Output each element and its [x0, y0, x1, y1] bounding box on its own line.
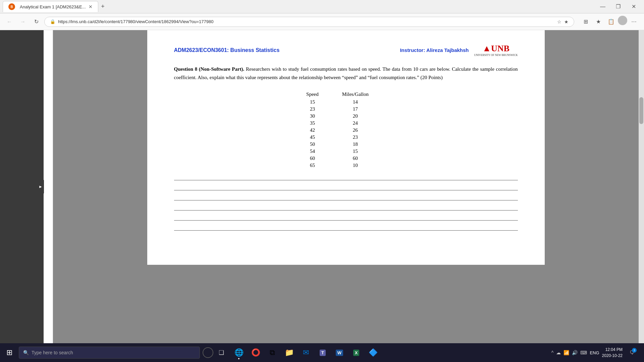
taskbar-app-cortana[interactable]: ⭕ [248, 345, 264, 361]
mpg-cell: 23 [339, 134, 389, 141]
taskbar-app-edge[interactable]: 🌐 [231, 345, 247, 361]
tab-title: Analytical Exam 1 [ADM2623&E... [20, 4, 86, 9]
lock-icon: 🔒 [50, 19, 55, 24]
mpg-cell: 60 [339, 155, 389, 162]
col-speed-header: Speed [303, 90, 339, 99]
back-button[interactable]: ← [4, 16, 15, 27]
taskbar-clock: 12:04 PM 2020-10-22 [602, 347, 623, 359]
close-button[interactable]: ✕ [626, 0, 641, 13]
speed-cell: 65 [303, 162, 339, 169]
app-active-dot [238, 358, 239, 359]
word-icon: W [336, 350, 343, 356]
start-button[interactable]: ⊞ [1, 345, 17, 361]
cortana-button[interactable] [203, 347, 213, 358]
left-sidebar: ► [0, 30, 44, 343]
taskbar-search-text: Type here to search [32, 350, 73, 355]
table-row: 5018 [303, 141, 389, 148]
answer-line-3 [174, 199, 518, 200]
collections-icon[interactable]: 📋 [605, 16, 617, 28]
data-table-container: Speed Miles/Gallon 151423173020352442264… [174, 90, 518, 169]
excel-icon: X [353, 350, 360, 356]
table-header-row: Speed Miles/Gallon [303, 90, 389, 99]
course-title: ADM2623/ECON3601: Business Statistics [174, 47, 280, 53]
question-text: Question 8 (Non-Software Part). Research… [174, 65, 518, 82]
data-table: Speed Miles/Gallon 151423173020352442264… [303, 90, 389, 169]
taskbar-app-teams[interactable]: T [315, 345, 331, 361]
address-right-icons: ☆ ★ [557, 19, 569, 24]
answer-line-2 [174, 189, 518, 190]
cloud-icon[interactable]: ☁ [556, 350, 561, 355]
wifi-icon[interactable]: 📶 [564, 350, 569, 355]
taskbar-app-taskview[interactable]: ⧉ [264, 345, 280, 361]
table-body: 1514231730203524422645235018541560606510 [303, 99, 389, 169]
new-tab-button[interactable]: + [98, 2, 108, 11]
address-bar: ← → ↻ 🔒 https://lms.unb.ca/d2l/le/conten… [0, 13, 644, 30]
answer-lines [174, 179, 518, 231]
tab-close-button[interactable]: ✕ [89, 4, 93, 9]
other-icon: 🔷 [369, 348, 378, 357]
answer-line-1 [174, 179, 518, 180]
table-row: 3020 [303, 113, 389, 120]
sidebar-toggle[interactable]: ► [37, 180, 44, 193]
answer-line-5 [174, 219, 518, 221]
taskbar-search[interactable]: 🔍 Type here to search [19, 347, 200, 359]
chevron-up-icon[interactable]: ^ [551, 350, 554, 355]
url-bar[interactable]: 🔒 https://lms.unb.ca/d2l/le/content/1779… [44, 17, 574, 27]
notification-center[interactable]: 🗨 3 [625, 346, 639, 359]
mpg-cell: 10 [339, 162, 389, 169]
pdf-page: ADM2623/ECON3601: Business Statistics In… [147, 30, 545, 265]
pdf-content: ADM2623/ECON3601: Business Statistics In… [53, 30, 639, 343]
mpg-cell: 15 [339, 148, 389, 155]
cortana-icon: ⭕ [251, 348, 260, 357]
speed-cell: 50 [303, 141, 339, 148]
taskbar-apps: 🌐 ⭕ ⧉ 📁 ✉ T W X 🔷 [231, 345, 381, 361]
refresh-button[interactable]: ↻ [31, 16, 42, 27]
answer-line-6 [174, 229, 518, 231]
collection-icon[interactable]: ★ [564, 19, 569, 24]
profile-icon[interactable] [618, 16, 627, 25]
table-row: 3524 [303, 120, 389, 127]
star-icon[interactable]: ☆ [557, 19, 561, 24]
browser-toolbar: ⊞ ★ 📋 ⋯ [580, 16, 640, 28]
question-number: Question 8 (Non-Software Part). [174, 66, 245, 72]
speed-cell: 45 [303, 134, 339, 141]
taskbar-app-mail[interactable]: ✉ [298, 345, 314, 361]
keyboard-icon[interactable]: ⌨ [580, 350, 587, 355]
title-bar: B Analytical Exam 1 [ADM2623&E... ✕ + — … [0, 0, 644, 13]
minimize-button[interactable]: — [595, 0, 610, 13]
maximize-button[interactable]: ❐ [610, 0, 626, 13]
header-right: Instructor: Alireza Tajbakhsh ▲UNB UNIVE… [400, 44, 518, 57]
scrollbar-thumb[interactable] [639, 97, 643, 124]
right-scrollbar[interactable] [639, 30, 644, 343]
unb-logo-subtitle: UNIVERSITY OF NEW BRUNSWICK [474, 54, 518, 57]
tab-favicon: B [8, 3, 15, 10]
unb-logo-text: ▲UNB [482, 44, 509, 54]
speed-cell: 60 [303, 155, 339, 162]
taskbar: ⊞ 🔍 Type here to search ❑ 🌐 ⭕ ⧉ 📁 ✉ T W … [0, 343, 644, 362]
forward-button[interactable]: → [17, 16, 28, 27]
speaker-icon[interactable]: 🔊 [572, 350, 578, 355]
table-row: 6510 [303, 162, 389, 169]
pdf-header: ADM2623/ECON3601: Business Statistics In… [174, 44, 518, 57]
extensions-icon[interactable]: ⊞ [580, 16, 592, 28]
edge-icon: 🌐 [234, 348, 244, 357]
taskbar-right: ^ ☁ 📶 🔊 ⌨ ENG 12:04 PM 2020-10-22 🗨 3 [551, 346, 643, 359]
taskbar-app-other[interactable]: 🔷 [365, 345, 381, 361]
table-row: 1514 [303, 99, 389, 106]
table-row: 4226 [303, 127, 389, 134]
taskbar-app-explorer[interactable]: 📁 [281, 345, 297, 361]
active-tab[interactable]: B Analytical Exam 1 [ADM2623&E... ✕ [3, 1, 98, 12]
taskbar-app-word[interactable]: W [331, 345, 347, 361]
speed-cell: 54 [303, 148, 339, 155]
mpg-cell: 20 [339, 113, 389, 120]
taskbar-app-excel[interactable]: X [348, 345, 364, 361]
system-tray-icons: ^ ☁ 📶 🔊 ⌨ [551, 350, 587, 355]
task-view-button[interactable]: ❑ [215, 346, 228, 359]
clock-time: 12:04 PM [602, 347, 623, 353]
table-row: 5415 [303, 148, 389, 155]
col-mpg-header: Miles/Gallon [339, 90, 389, 99]
favorites-icon[interactable]: ★ [592, 16, 604, 28]
settings-icon[interactable]: ⋯ [628, 16, 640, 28]
speed-cell: 30 [303, 113, 339, 120]
language-indicator: ENG [590, 350, 599, 355]
